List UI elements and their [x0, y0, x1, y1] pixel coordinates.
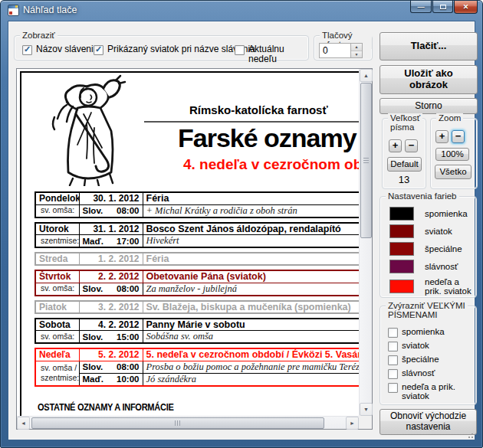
print-preview-panel: Rímsko-katolícka farnosť Farské oznamy 4…	[16, 68, 373, 430]
day-block-streda: Streda1. 2. 2012Féria	[34, 252, 359, 266]
day-title: Féria	[143, 253, 359, 265]
checkbox-box: ✓	[94, 45, 104, 55]
color-row-sviatok: sviatok	[389, 224, 452, 238]
checkbox-box: ✓	[388, 328, 398, 338]
color-swatch-nedela[interactable]	[389, 280, 414, 293]
day-title: Sv. Blažeja, biskupa a mučeníka (spomien…	[143, 301, 359, 313]
color-swatch-sviatok[interactable]	[389, 224, 414, 238]
day-date: 4. 2. 2012	[79, 319, 143, 331]
day-name: Sobota	[35, 319, 79, 331]
mass-intent: Prosba o božiu pomoc a požehnanie pre ma…	[143, 361, 359, 373]
group-zoom-label: Zoom	[436, 113, 463, 123]
font-size-decrease-button[interactable]: −	[405, 139, 418, 152]
check-icon: ✓	[24, 44, 31, 54]
highlight-checkbox-slavnost[interactable]: ✓ slávnosť	[388, 368, 435, 379]
color-row-nedela: nedeľa a prik. sviatok	[389, 277, 472, 296]
font-size-value: 13	[383, 174, 426, 185]
mass-intent: Za manželov - jubilejná	[143, 283, 359, 296]
scrollbar-grip	[175, 420, 181, 426]
day-block-nedela: Nedeľa5. 2. 20125. nedeľa v cezročnom ob…	[34, 348, 359, 387]
window-title: Náhľad tlače	[23, 5, 77, 15]
day-title: Bosco Szent János áldozópap, rendalapító	[143, 223, 359, 235]
horizontal-scrollbar-thumb[interactable]	[31, 417, 324, 429]
mass-lang: Maď.	[83, 374, 104, 384]
day-block-stvrtok: Štvrtok2. 2. 2012Obetovanie Pána (sviato…	[34, 270, 359, 296]
day-block-utorok: Utorok31. 1. 2012Bosco Szent János áldoz…	[34, 222, 359, 249]
color-swatch-specialne[interactable]	[389, 242, 414, 256]
zoom-in-button[interactable]: +	[435, 130, 449, 143]
cancel-button[interactable]: Storno	[380, 98, 478, 114]
maximize-button[interactable]	[432, 1, 453, 13]
mass-time: 17:00	[117, 237, 139, 246]
mass-lang: Slov.	[83, 362, 104, 371]
check-icon: ✓	[95, 44, 102, 54]
mass-label: sv. omša:	[35, 283, 79, 296]
color-row-spomienka: spomienka	[389, 207, 468, 221]
mass-time: 10:00	[117, 374, 139, 384]
color-swatch-slavnost[interactable]	[389, 260, 414, 273]
group-color-settings-label: Nastavenia farieb	[386, 191, 459, 201]
scrollbar-corner	[359, 416, 372, 429]
scroll-up-icon[interactable]: ▲	[360, 69, 373, 82]
day-title: 5. nedeľa v cezročnom období / Évközi 5.…	[143, 348, 359, 361]
spinner-up-icon[interactable]: ▲	[351, 44, 362, 51]
save-as-image-button[interactable]: Uložiť ako obrázok	[380, 65, 478, 94]
document-page: Rímsko-katolícka farnosť Farské oznamy 4…	[20, 71, 359, 416]
close-button[interactable]: ✕	[454, 1, 478, 14]
day-title: Féria	[143, 192, 359, 204]
day-name: Utorok	[35, 223, 79, 235]
scroll-down-icon[interactable]: ▼	[360, 403, 373, 416]
mass-time: 08:00	[117, 362, 139, 371]
mass-lang: Slov.	[83, 332, 104, 342]
day-date: 31. 1. 2012	[79, 223, 143, 235]
mass-label: sv. omša:	[35, 331, 79, 344]
day-block-sobota: Sobota4. 2. 2012Panny Márie v sobotu sv.…	[34, 318, 359, 345]
highlight-checkbox-sviatok[interactable]: ✓ sviatok	[388, 341, 429, 352]
highlight-checkbox-specialne[interactable]: ✓ špeciálne	[388, 355, 439, 365]
checkbox-aktualnu-nedelu[interactable]: ✓ Aktuálnu nedeľu	[235, 44, 308, 64]
day-name: Piatok	[35, 301, 79, 313]
print-button[interactable]: Tlačiť...	[380, 32, 478, 60]
spinner-down-icon[interactable]: ▼	[351, 51, 362, 58]
group-font-size: Veľkosť písma + − Default 13	[382, 118, 426, 189]
parish-name: Rímsko-katolícka farnosť	[189, 103, 328, 116]
mass-lang: Maď.	[83, 237, 104, 246]
zoom-100-button[interactable]: 100%	[435, 148, 469, 161]
color-swatch-spomienka[interactable]	[389, 207, 414, 221]
scroll-left-icon[interactable]: ◄	[17, 417, 30, 430]
day-date: 3. 2. 2012	[79, 301, 143, 313]
checkbox-prikazany-sviatok[interactable]: ✓ Prikázaný sviatok pri názve slávenia	[94, 44, 255, 55]
minimize-button[interactable]: —	[410, 1, 432, 13]
highlight-checkbox-nedela[interactable]: ✓ nedeľa a prik. sviatok	[388, 382, 457, 401]
header-rule	[144, 121, 359, 123]
zoom-all-button[interactable]: Všetko	[435, 165, 472, 179]
reset-defaults-button[interactable]: Obnoviť východzie nastavenia	[380, 409, 477, 435]
checkbox-box: ✓	[388, 342, 398, 352]
mass-intent: + Michal Krátky a rodičia z oboh strán	[143, 204, 359, 217]
day-block-piatok: Piatok3. 2. 2012Sv. Blažeja, biskupa a m…	[34, 300, 359, 314]
document-title: Farské oznamy	[178, 123, 356, 153]
vertical-scrollbar[interactable]: ▲ ▼	[359, 69, 372, 416]
app-icon	[8, 5, 19, 16]
print-offset-input[interactable]	[319, 43, 350, 58]
day-date: 30. 1. 2012	[79, 192, 143, 204]
group-zoom: Zoom + − 100% Všetko	[430, 118, 478, 189]
day-title: Panny Márie v sobotu	[143, 319, 359, 331]
group-color-settings: Nastavenia farieb spomienka sviatok špec…	[380, 196, 477, 298]
schedule-tables: Pondelok30. 1. 2012Féria sv. omša:Slov.0…	[34, 191, 359, 391]
day-title: Obetovanie Pána (sviatok)	[143, 270, 359, 283]
font-size-increase-button[interactable]: +	[389, 139, 402, 152]
mass-intent: Sobášna sv. omša	[143, 331, 359, 344]
scroll-right-icon[interactable]: ►	[346, 417, 359, 430]
font-size-default-button[interactable]: Default	[387, 157, 422, 172]
checkbox-nazov-slavenia[interactable]: ✓ Názov slávenia	[22, 44, 98, 55]
titlebar[interactable]: Náhľad tlače — ✕	[1, 1, 482, 21]
mass-time: 15:00	[117, 332, 139, 342]
highlight-checkbox-spomienka[interactable]: ✓ spomienka	[388, 327, 445, 338]
color-row-slavnost: slávnosť	[389, 260, 458, 273]
horizontal-scrollbar[interactable]: ◄ ►	[17, 416, 359, 429]
resize-grip[interactable]	[466, 431, 473, 438]
zoom-out-button[interactable]: −	[452, 130, 465, 143]
vertical-scrollbar-thumb[interactable]	[360, 83, 372, 238]
group-zobrazit-label: Zobraziť	[20, 31, 58, 40]
